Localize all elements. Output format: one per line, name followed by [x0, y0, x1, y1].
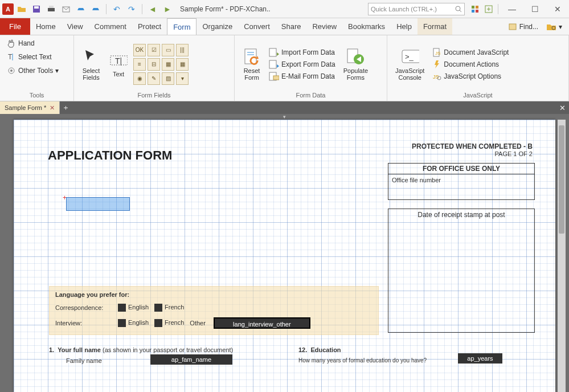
text-field-other[interactable]: lang_interview_other	[214, 317, 310, 329]
nav-back-icon[interactable]: ◄	[146, 2, 159, 16]
text-field-ap-years[interactable]: ap_years	[458, 353, 502, 364]
print-icon[interactable]	[44, 2, 58, 16]
menu-protect[interactable]: Protect	[132, 18, 167, 35]
other-tools[interactable]: Other Tools ▾	[5, 65, 61, 76]
javascript-options-button[interactable]: JSJavaScript Options	[430, 71, 511, 82]
menu-help[interactable]: Help	[391, 18, 417, 35]
svg-rect-3	[49, 6, 54, 8]
import-form-data-button[interactable]: Import Form Data	[267, 47, 338, 58]
populate-forms-button[interactable]: Populate Forms	[340, 46, 371, 83]
svg-rect-26	[273, 76, 279, 80]
barcode-field-icon[interactable]: |||	[176, 44, 189, 56]
date-field-icon[interactable]: ▦	[162, 58, 174, 71]
question-1: 1. Your full name (as shown in your pass…	[49, 346, 233, 353]
checkbox-field[interactable]	[118, 319, 126, 327]
group-formdata-label: Form Data	[239, 91, 382, 100]
combo-field-icon[interactable]: ⊟	[148, 58, 160, 71]
menu-convert[interactable]: Convert	[238, 18, 276, 35]
close-tab-icon[interactable]: ✕	[50, 104, 55, 112]
dropdown-field-icon[interactable]: ▭	[162, 44, 174, 56]
form-field-gallery[interactable]: OK ☑ ▭ ||| ≡ ⊟ ▦ ▦ ◉ ✎ ▨ ▾	[133, 44, 189, 85]
menu-share[interactable]: Share	[276, 18, 307, 35]
menu-organize[interactable]: Organize	[197, 18, 238, 35]
fit-icon[interactable]	[482, 2, 496, 16]
menu-home[interactable]: Home	[30, 18, 62, 35]
scrollbar-thumb[interactable]	[559, 125, 564, 234]
export-form-data-button[interactable]: Export Form Data	[267, 59, 338, 70]
checkbox-field[interactable]	[118, 304, 126, 312]
menu-comment[interactable]: Comment	[89, 18, 132, 35]
office-use-box: FOR OFFICE USE ONLY Office file number	[388, 163, 535, 200]
svg-rect-1	[34, 6, 39, 9]
group-js-label: JavaScript	[392, 91, 564, 100]
save-icon[interactable]	[30, 2, 43, 16]
vertical-scrollbar[interactable]	[558, 120, 566, 392]
document-tab[interactable]: Sample Form * ✕	[0, 101, 60, 114]
checkbox-field[interactable]	[154, 319, 162, 327]
undo-icon[interactable]: ↶	[110, 2, 124, 16]
group-fields-label: Form Fields	[79, 91, 230, 100]
panel-handle[interactable]	[0, 114, 569, 120]
svg-text:T|: T|	[115, 56, 122, 66]
minimize-button[interactable]: —	[501, 1, 523, 18]
svg-text:>_: >_	[405, 52, 414, 61]
maximize-button[interactable]: ☐	[523, 1, 546, 18]
menu-view[interactable]: View	[62, 18, 89, 35]
svg-rect-24	[269, 60, 276, 68]
menu-format[interactable]: Format	[417, 18, 452, 35]
hand-tool[interactable]: Hand	[5, 38, 61, 49]
scan2-icon[interactable]	[89, 2, 103, 16]
scan-icon[interactable]	[74, 2, 88, 16]
svg-line-6	[460, 10, 461, 12]
document-javascript-button[interactable]: JSDocument JavaScript	[430, 47, 511, 58]
menu-file[interactable]: File	[0, 18, 30, 35]
close-button[interactable]: ✕	[546, 1, 569, 18]
ribbon: Hand TSelect Text Other Tools ▾ Tools Se…	[0, 35, 569, 101]
text-field-button[interactable]: T| Text	[106, 49, 131, 80]
document-actions-button[interactable]: Document Actions	[430, 59, 511, 70]
find-button[interactable]: Find...	[505, 21, 542, 32]
date2-field-icon[interactable]: ▦	[176, 58, 189, 71]
close-document-button[interactable]: ✕	[556, 101, 568, 114]
signature-field-icon[interactable]: ✎	[148, 72, 160, 85]
page[interactable]: APPLICATION FORM PROTECTED WHEN COMPLETE…	[14, 120, 555, 392]
quick-launch-input[interactable]: Quick Launch (CTRL+.)	[368, 3, 465, 15]
svg-rect-12	[509, 24, 516, 30]
select-text-tool[interactable]: TSelect Text	[5, 51, 61, 63]
menu-review[interactable]: Review	[306, 18, 342, 35]
open-icon[interactable]	[15, 2, 28, 16]
menu-form[interactable]: Form	[167, 18, 197, 35]
svg-rect-7	[472, 6, 474, 9]
image-field-icon[interactable]: ▨	[162, 72, 174, 85]
protected-label: PROTECTED WHEN COMPLETED - B PAGE 1 OF 2	[412, 142, 533, 157]
more-fields-icon[interactable]: ▾	[176, 72, 189, 85]
email-form-data-button[interactable]: E-Mail Form Data	[267, 71, 338, 82]
search-panel-button[interactable]: ▾	[543, 21, 566, 32]
new-tab-button[interactable]: ＋	[60, 101, 71, 114]
checkbox-field[interactable]	[154, 304, 162, 312]
menu-bookmarks[interactable]: Bookmarks	[342, 18, 391, 35]
js-console-button[interactable]: >_ JavaScript Console	[392, 46, 428, 83]
checkbox-field-icon[interactable]: ☑	[148, 44, 160, 56]
listbox-field-icon[interactable]: ≡	[133, 58, 146, 71]
svg-text:JS: JS	[435, 51, 440, 56]
question-12-sub: How many years of formal education do yo…	[298, 357, 427, 364]
svg-rect-23	[269, 48, 276, 56]
svg-text:T: T	[8, 53, 13, 61]
ok-button-field-icon[interactable]: OK	[133, 44, 146, 56]
document-tabstrip: Sample Form * ✕ ＋ ✕	[0, 101, 569, 114]
ui-options-icon[interactable]	[468, 2, 482, 16]
titlebar: A ↶ ↷ ◄ ► Sample Form* - PDF-XChan.. Qui…	[0, 0, 569, 18]
mail-icon[interactable]	[59, 2, 73, 16]
reset-form-button[interactable]: Reset Form	[239, 46, 264, 83]
new-field-drag[interactable]	[66, 197, 130, 211]
select-fields-button[interactable]: Select Fields	[79, 46, 104, 83]
svg-rect-2	[48, 8, 55, 11]
text-field-family-name[interactable]: ap_fam_name	[150, 354, 232, 365]
language-section: Language you prefer for: Correspondence:…	[49, 286, 379, 335]
nav-fwd-icon[interactable]: ►	[161, 2, 174, 16]
group-tools-label: Tools	[5, 91, 69, 100]
radio-field-icon[interactable]: ◉	[133, 72, 146, 85]
svg-point-17	[10, 70, 13, 72]
redo-icon[interactable]: ↷	[125, 2, 138, 16]
